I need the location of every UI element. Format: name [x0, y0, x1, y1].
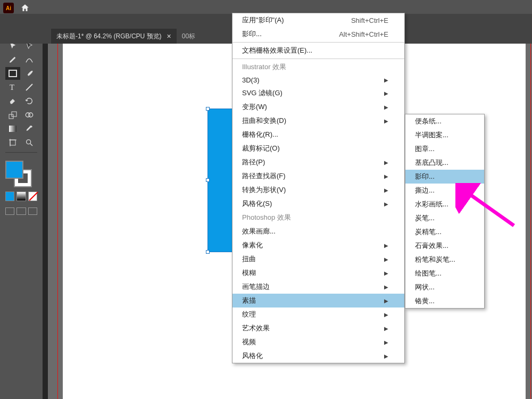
- menu-item-label: 路径查找器(F): [242, 171, 286, 181]
- submenu-sketch-item[interactable]: 便条纸...: [405, 114, 484, 128]
- app-logo: Ai: [3, 3, 14, 13]
- menu-ps-item[interactable]: 风格化▶: [232, 349, 404, 363]
- menu-ps-item[interactable]: 像素化▶: [232, 238, 404, 252]
- submenu-sketch-item[interactable]: 炭笔...: [405, 211, 484, 225]
- menu-ps-item[interactable]: 扭曲▶: [232, 252, 404, 266]
- submenu-sketch-item[interactable]: 石膏效果...: [405, 239, 484, 253]
- fill-swatch[interactable]: [5, 161, 23, 179]
- menu-item-label: 图章...: [415, 144, 435, 154]
- menu-item-label: 效果画廊...: [242, 227, 276, 236]
- menu-ai-item[interactable]: 栅格化(R)...: [232, 128, 404, 142]
- menu-ps-item[interactable]: 纹理▶: [232, 307, 404, 321]
- menu-item-label: 粉笔和炭笔...: [415, 255, 455, 264]
- pen-tool[interactable]: [5, 53, 20, 66]
- submenu-sketch-item[interactable]: 炭精笔...: [405, 225, 484, 239]
- draw-behind-icon[interactable]: [16, 207, 26, 215]
- menu-item-label: 铬黄...: [415, 296, 435, 306]
- eyedropper-tool[interactable]: [22, 122, 37, 135]
- close-icon[interactable]: ×: [167, 32, 171, 40]
- submenu-arrow-icon: ▶: [368, 173, 388, 179]
- menu-item-label: 模糊: [242, 268, 256, 278]
- rotate-tool[interactable]: [22, 95, 37, 107]
- menu-item-label: 炭精笔...: [415, 227, 442, 237]
- none-mode-icon[interactable]: [28, 192, 37, 201]
- menu-ai-item[interactable]: 扭曲和变换(D)▶: [232, 114, 404, 128]
- menu-ps-item[interactable]: 艺术效果▶: [232, 321, 404, 335]
- menu-ai-item[interactable]: 路径(P)▶: [232, 155, 404, 169]
- menu-ps-item[interactable]: 效果画廊...: [232, 225, 404, 238]
- menu-ps-item[interactable]: 视频▶: [232, 335, 404, 349]
- menu-item-label: 视频: [242, 337, 256, 347]
- resize-handle[interactable]: [206, 178, 210, 182]
- menu-separator: [232, 59, 404, 59]
- menu-item-label: 半调图案...: [415, 130, 448, 140]
- submenu-sketch-item[interactable]: 水彩画纸...: [405, 197, 484, 211]
- menu-item-label: 炭笔...: [415, 213, 435, 223]
- shape-builder-tool[interactable]: [22, 109, 37, 121]
- resize-handle[interactable]: [206, 107, 210, 111]
- menu-ai-item[interactable]: 转换为形状(V)▶: [232, 183, 404, 197]
- eraser-tool[interactable]: [5, 95, 20, 107]
- menu-ai-item[interactable]: 裁剪标记(O): [232, 142, 404, 155]
- artboard-tool[interactable]: [5, 136, 20, 149]
- paintbrush-tool[interactable]: [22, 67, 37, 80]
- draw-inside-icon[interactable]: [28, 207, 37, 215]
- menu-apply-last-effect[interactable]: 应用"影印"(A) Shift+Ctrl+E: [232, 13, 404, 27]
- menu-item-label: 像素化: [242, 240, 263, 250]
- type-tool[interactable]: T: [5, 81, 20, 94]
- menu-ai-item[interactable]: SVG 滤镜(G)▶: [232, 86, 404, 100]
- document-tab-active[interactable]: 未标题-1* @ 64.2% (RGB/CPU 预览) ×: [51, 29, 177, 44]
- submenu-sketch-item[interactable]: 网状...: [405, 280, 484, 294]
- line-tool[interactable]: [22, 81, 37, 94]
- menu-ai-item[interactable]: 3D(3)▶: [232, 74, 404, 86]
- submenu-arrow-icon: ▶: [368, 77, 388, 83]
- submenu-sketch-item[interactable]: 铬黄...: [405, 294, 484, 308]
- submenu-arrow-icon: ▶: [368, 298, 388, 304]
- submenu-sketch-item[interactable]: 半调图案...: [405, 128, 484, 142]
- submenu-sketch-item[interactable]: 基底凸现...: [405, 156, 484, 170]
- submenu-sketch-item[interactable]: 影印...: [405, 170, 484, 184]
- document-tab[interactable]: 00标: [177, 29, 201, 44]
- tab-label: 00标: [182, 32, 195, 41]
- menu-item-label: 艺术效果: [242, 323, 270, 333]
- svg-line-2: [26, 84, 32, 90]
- menu-raster-settings[interactable]: 文档栅格效果设置(E)...: [232, 44, 404, 57]
- menu-ai-item[interactable]: 风格化(S)▶: [232, 197, 404, 211]
- resize-handle[interactable]: [206, 250, 210, 254]
- submenu-arrow-icon: ▶: [368, 118, 388, 124]
- color-mode-icon[interactable]: [5, 192, 14, 201]
- scale-tool[interactable]: [5, 109, 20, 121]
- submenu-arrow-icon: ▶: [368, 201, 388, 207]
- gradient-mode-icon[interactable]: [16, 192, 26, 201]
- draw-normal-icon[interactable]: [5, 207, 14, 215]
- curvature-tool[interactable]: [22, 53, 37, 66]
- gradient-tool[interactable]: [5, 122, 20, 135]
- menu-item-label: SVG 滤镜(G): [242, 88, 282, 98]
- menu-ps-item[interactable]: 画笔描边▶: [232, 280, 404, 294]
- menu-ai-item[interactable]: 变形(W)▶: [232, 100, 404, 114]
- submenu-sketch-item[interactable]: 绘图笔...: [405, 267, 484, 280]
- zoom-tool[interactable]: [22, 136, 37, 149]
- rectangle-tool[interactable]: [5, 67, 20, 80]
- menu-item-label: 变形(W): [242, 102, 267, 112]
- menu-item-label: 路径(P): [242, 157, 265, 167]
- fill-stroke-control[interactable]: [0, 156, 43, 205]
- menu-item-label: 纹理: [242, 310, 256, 319]
- home-icon[interactable]: [18, 1, 32, 15]
- menu-ps-item[interactable]: 模糊▶: [232, 266, 404, 280]
- menu-item-label: 扭曲: [242, 254, 256, 264]
- svg-rect-0: [9, 70, 16, 77]
- submenu-sketch-item[interactable]: 撕边...: [405, 184, 484, 197]
- menu-item-label: 扭曲和变换(D): [242, 116, 286, 126]
- section-label: Photoshop 效果: [242, 213, 291, 222]
- submenu-arrow-icon: ▶: [368, 284, 388, 290]
- menu-ps-item[interactable]: 素描▶: [232, 294, 404, 307]
- menu-ai-item[interactable]: 路径查找器(F)▶: [232, 169, 404, 183]
- menu-item-label: 裁剪标记(O): [242, 144, 280, 153]
- svg-text:T: T: [10, 83, 14, 92]
- menu-item-label: 石膏效果...: [415, 241, 448, 251]
- submenu-arrow-icon: ▶: [368, 339, 388, 345]
- submenu-sketch-item[interactable]: 图章...: [405, 142, 484, 156]
- submenu-sketch-item[interactable]: 粉笔和炭笔...: [405, 253, 484, 267]
- menu-last-effect[interactable]: 影印... Alt+Shift+Ctrl+E: [232, 27, 404, 41]
